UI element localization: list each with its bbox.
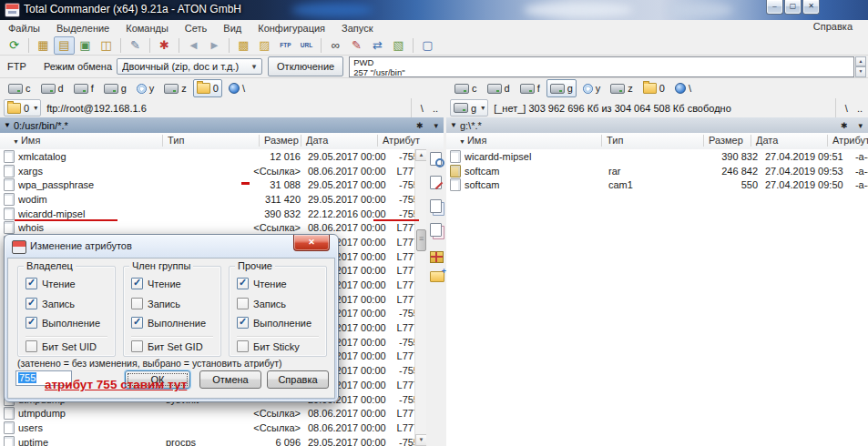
checkbox-бит-set-uid[interactable] — [26, 340, 37, 352]
multi-rename-icon[interactable]: ✎ — [346, 36, 367, 55]
goto-root-button[interactable]: \ — [421, 103, 424, 114]
sync-dirs-icon[interactable]: ⇄ — [367, 36, 388, 55]
drive-button-net[interactable]: \ — [671, 79, 695, 97]
panel-header-left-active[interactable]: ▼ 0:/usr/bin/*.* ✱ ▾ — [0, 117, 444, 133]
drive-button-y[interactable]: y — [133, 79, 158, 97]
drive-button-f[interactable]: f — [516, 79, 544, 97]
favorites-star-icon[interactable]: ✱ — [841, 121, 848, 130]
goto-root-button[interactable]: \ — [845, 103, 848, 114]
file-row[interactable]: utmpdump<Ссылка>08.06.2017 00:00L777 — [0, 406, 414, 421]
menu-item-команды[interactable]: Команды — [117, 23, 177, 34]
drive-button-0[interactable]: 0 — [193, 79, 222, 97]
column-divider[interactable] — [301, 135, 301, 147]
checkbox-чтение[interactable] — [237, 278, 249, 289]
pack-files-icon[interactable] — [430, 251, 444, 263]
view-file-icon[interactable] — [430, 152, 442, 166]
column-header-size[interactable]: Размер — [264, 135, 299, 146]
compare-dirs-icon[interactable]: ▧ — [388, 36, 409, 55]
close-button[interactable]: ✕ — [802, 0, 820, 15]
drive-button-c[interactable]: c — [5, 79, 35, 97]
refresh-icon[interactable]: ⟳ — [4, 36, 25, 55]
file-row[interactable]: users<Ссылка>08.06.2017 00:00L777 — [0, 421, 414, 435]
checkbox-выполнение[interactable] — [26, 317, 37, 329]
help-button[interactable]: Справка — [267, 370, 329, 389]
column-header-size[interactable]: Размер — [709, 135, 743, 146]
column-header-type[interactable]: Тип — [168, 135, 184, 146]
goto-parent-button[interactable]: .. — [857, 103, 863, 114]
spinner-up-icon[interactable]: ▲ — [855, 56, 866, 67]
menu-item-файлы[interactable]: Файлы — [0, 23, 48, 34]
history-menu-icon[interactable]: ▾ — [858, 121, 863, 130]
drive-button-f[interactable]: f — [70, 79, 97, 97]
picture-view-icon[interactable]: ▣ — [75, 36, 96, 55]
column-divider[interactable] — [601, 135, 602, 147]
spinner-down-icon[interactable]: ▼ — [855, 66, 866, 77]
octal-attribute-input[interactable]: 755 — [15, 370, 72, 386]
drive-button-z[interactable]: z — [607, 79, 637, 97]
drive-button-c[interactable]: c — [451, 79, 481, 97]
column-header-date[interactable]: Дата — [306, 135, 328, 146]
maximize-button[interactable]: ▢ — [784, 0, 802, 15]
checkbox-чтение[interactable] — [26, 278, 37, 289]
column-header-date[interactable]: Дата — [756, 135, 778, 146]
drive-button-g[interactable]: g — [100, 79, 130, 97]
move-file-icon[interactable] — [430, 223, 442, 237]
history-menu-icon[interactable]: ▾ — [434, 121, 438, 130]
forward-icon[interactable]: ► — [204, 36, 225, 55]
drive-button-0[interactable]: 0 — [639, 79, 669, 97]
ok-button[interactable]: ОК — [125, 370, 190, 389]
transfer-mode-select[interactable]: Двоичный (zip, doc и т.д.) ▾ — [117, 58, 262, 75]
back-icon[interactable]: ◄ — [183, 36, 204, 55]
column-divider[interactable] — [162, 135, 163, 147]
brief-view-icon[interactable]: ▤ — [54, 36, 75, 55]
column-divider[interactable] — [703, 135, 704, 147]
drive-selector-right[interactable]: g ▾ — [450, 99, 488, 117]
scroll-thumb[interactable] — [416, 229, 426, 251]
column-divider[interactable] — [259, 135, 260, 147]
file-row[interactable]: whois<Ссылка>08.06.2017 00:00L777 — [0, 220, 414, 235]
menu-item-сеть[interactable]: Сеть — [177, 23, 215, 34]
panel-header-right[interactable]: ▼ g:\*.* ✱ ▾ — [446, 117, 868, 133]
ftp-url-icon[interactable]: URL — [296, 36, 317, 55]
dialog-close-button[interactable]: ✕ — [293, 235, 330, 251]
file-row[interactable]: softcamrar246 84227.04.2019 09:53-a-- — [446, 164, 868, 178]
file-row[interactable]: wpa_passphrase31 08829.05.2017 00:00-755 — [0, 177, 414, 192]
menu-item-выделение[interactable]: Выделение — [48, 23, 117, 34]
favorites-icon[interactable]: ✱ — [154, 36, 175, 55]
checkbox-выполнение[interactable] — [131, 317, 143, 329]
notepad-icon[interactable]: ▢ — [417, 36, 438, 55]
scrollbar-left[interactable]: ▲ ▼ — [414, 149, 426, 446]
disconnect-button[interactable]: Отключение — [268, 56, 343, 76]
minimize-button[interactable]: – — [766, 0, 783, 15]
file-row[interactable]: uptimeprocps6 09629.05.2017 00:00-755 — [0, 435, 414, 446]
ftp-connect-icon[interactable]: FTP — [275, 36, 296, 55]
menu-item-вид[interactable]: Вид — [215, 23, 250, 34]
column-divider[interactable] — [751, 135, 751, 147]
checkbox-запись[interactable] — [26, 298, 37, 309]
drive-selector-left[interactable]: 0 ▾ — [4, 99, 41, 117]
file-row[interactable]: softcamcam155027.04.2019 09:50-a-- — [446, 177, 868, 192]
pack-icon[interactable]: ▩ — [233, 36, 254, 55]
favorites-star-icon[interactable]: ✱ — [416, 121, 424, 130]
menu-item-конфигурация[interactable]: Конфигурация — [250, 23, 333, 34]
new-folder-icon[interactable] — [430, 271, 444, 282]
checkbox-запись[interactable] — [131, 298, 143, 309]
drive-button-y[interactable]: y — [579, 79, 605, 97]
file-row[interactable]: xmlcatalog12 01629.05.2017 00:00-755 — [0, 149, 414, 164]
thumbnails-view-icon[interactable]: ▦ — [33, 36, 54, 55]
file-row[interactable]: wodim311 42029.05.2017 00:00-755 — [0, 192, 414, 207]
checkbox-чтение[interactable] — [131, 278, 143, 289]
cancel-button[interactable]: Отмена — [199, 370, 261, 389]
column-header-type[interactable]: Тип — [607, 135, 623, 146]
tree-view-icon[interactable]: ◫ — [96, 36, 117, 55]
checkbox-бит-set-gid[interactable] — [131, 340, 143, 352]
column-header-name[interactable]: ▼Имя — [13, 135, 40, 146]
checkbox-запись[interactable] — [237, 298, 249, 309]
drive-button-d[interactable]: d — [37, 79, 67, 97]
goto-parent-button[interactable]: .. — [433, 103, 438, 114]
edit-file-icon[interactable] — [430, 176, 442, 189]
column-header-attr[interactable]: Атрибут — [832, 135, 868, 146]
menu-item-запуск[interactable]: Запуск — [333, 23, 381, 34]
column-header-name[interactable]: ▼Имя — [459, 135, 486, 146]
checkbox-выполнение[interactable] — [237, 317, 249, 329]
